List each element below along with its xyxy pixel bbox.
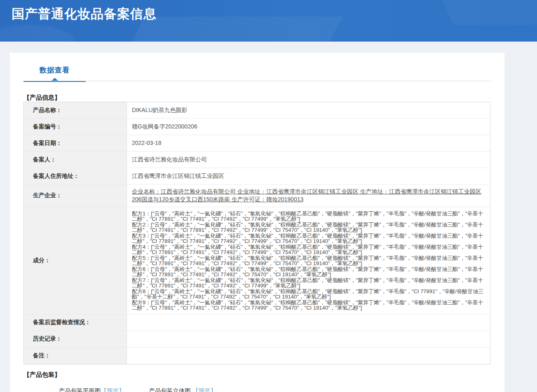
formula-line-2: 配方2：["云母"，"高岭土"，"一氮化硼"，"硅石"，"氯氧化铋"，"棕榈酸乙… bbox=[132, 222, 485, 233]
formula-line-4: 配方4：["云母"，"高岭土"，"一氮化硼"，"硅石"，"氯氧化铋"，"棕榈酸乙… bbox=[132, 244, 485, 255]
formula-line-7: 配方7：["云母"，"高岭土"，"一氮化硼"，"硅石"，"氯氧化铋"，"棕榈酸乙… bbox=[132, 278, 485, 289]
packaging-3d-item: 产品包装立体图 【预览】 bbox=[149, 387, 217, 392]
packaging-3d-preview-link[interactable]: 【预览】 bbox=[192, 387, 216, 392]
table-row-history: 历史记录： bbox=[24, 331, 490, 348]
packaging-section-title: 【产品包装】 bbox=[23, 371, 490, 378]
row-value: 赣G妆网备字2022000206 bbox=[127, 119, 490, 135]
row-value bbox=[127, 331, 490, 347]
row-value: 2022-03-18 bbox=[127, 135, 490, 151]
table-row-registration-date: 备案日期： 2022-03-18 bbox=[24, 135, 490, 152]
page-header: 国产普通化妆品备案信息 bbox=[0, 0, 537, 42]
product-info-section-title: 【产品信息】 bbox=[23, 94, 490, 101]
table-row-manufacturer: 生产企业： 企业名称：江西省诗兰雅化妆品有限公司 企业地址：江西省鹰潭市余江区锦… bbox=[24, 184, 490, 207]
table-row-remarks: 备注： bbox=[24, 348, 490, 364]
row-value: 江西省诗兰雅化妆品有限公司 bbox=[127, 152, 490, 168]
tab-data-view-label: 数据查看 bbox=[40, 66, 70, 74]
formula-line-3: 配方3：["云母"，"高岭土"，"一氮化硼"，"硅石"，"氯氧化铋"，"棕榈酸乙… bbox=[132, 233, 485, 244]
tab-data-view[interactable]: 数据查看 bbox=[23, 65, 86, 82]
tab-active-arrow-icon bbox=[52, 78, 58, 81]
row-label: 备案人： bbox=[24, 152, 127, 168]
row-label: 生产企业： bbox=[24, 184, 127, 207]
tab-bar-divider bbox=[23, 81, 490, 81]
page-title: 国产普通化妆品备案信息 bbox=[0, 0, 537, 23]
product-info-table: 产品名称： DIKALU奶茶九色眼影 备案编号： 赣G妆网备字202200020… bbox=[23, 102, 490, 364]
table-row-registrant-address: 备案人住所地址： 江西省鹰潭市余江区锦江镇工业园区 bbox=[24, 168, 490, 184]
tab-bar: 数据查看 bbox=[23, 53, 490, 82]
table-row-registration-number: 备案编号： 赣G妆网备字2022000206 bbox=[24, 119, 490, 135]
table-row-product-name: 产品名称： DIKALU奶茶九色眼影 bbox=[24, 102, 490, 119]
formula-line-6: 配方6：["云母"，"高岭土"，"一氮化硼"，"硅石"，"氯氧化铋"，"棕榈酸乙… bbox=[132, 266, 485, 278]
manufacturer-link[interactable]: 企业名称：江西省诗兰雅化妆品有限公司 企业地址：江西省鹰潭市余江区锦江镇工业园区… bbox=[127, 184, 490, 207]
row-label: 备注： bbox=[24, 348, 127, 364]
packaging-flat-item: 产品包装平面图【预览】 bbox=[59, 387, 125, 392]
ingredients-value: 配方1：["云母"，"高岭土"，"一氮化硼"，"硅石"，"氯氧化铋"，"棕榈酸乙… bbox=[127, 207, 490, 314]
row-label: 备案后监督检查情况： bbox=[24, 315, 127, 331]
row-label: 备案日期： bbox=[24, 135, 127, 151]
packaging-flat-preview-link[interactable]: 【预览】 bbox=[101, 387, 125, 392]
formula-line-5: 配方5：["云母"，"高岭土"，"一氮化硼"，"硅石"，"氯氧化铋"，"棕榈酸乙… bbox=[132, 255, 485, 266]
row-label: 产品名称： bbox=[24, 102, 127, 118]
packaging-flat-label: 产品包装平面图 bbox=[59, 387, 101, 392]
table-row-supervision: 备案后监督检查情况： bbox=[24, 315, 490, 331]
formula-line-8: 配方8：["云母"，"高岭土"，"一氮化硼"，"硅石"，"氯氧化铋"，"棕榈酸乙… bbox=[132, 289, 485, 300]
row-label: 历史记录： bbox=[24, 331, 127, 347]
row-value bbox=[127, 348, 490, 364]
table-row-ingredients: 成分： 配方1：["云母"，"高岭土"，"一氮化硼"，"硅石"，"氯氧化铋"，"… bbox=[24, 207, 490, 315]
row-label: 备案编号： bbox=[24, 119, 127, 135]
row-label: 成分： bbox=[24, 207, 127, 314]
packaging-links-row: 产品包装平面图【预览】 产品包装立体图 【预览】 bbox=[23, 387, 490, 392]
row-value bbox=[127, 315, 490, 331]
formula-line-1: 配方1：["云母"，"高岭土"，"一氮化硼"，"硅石"，"氯氧化铋"，"棕榈酸乙… bbox=[132, 211, 485, 222]
header-decor-shape bbox=[0, 25, 74, 42]
row-label: 备案人住所地址： bbox=[24, 168, 127, 184]
row-value: DIKALU奶茶九色眼影 bbox=[127, 102, 490, 118]
packaging-3d-label: 产品包装立体图 bbox=[149, 387, 193, 392]
content-card: 数据查看 【产品信息】 产品名称： DIKALU奶茶九色眼影 备案编号： 赣G妆… bbox=[10, 53, 504, 392]
formula-line-9: 配方9：["云母"，"高岭土"，"一氮化硼"，"硅石"，"氯氧化铋"，"棕榈酸乙… bbox=[132, 300, 485, 311]
table-row-registrant: 备案人： 江西省诗兰雅化妆品有限公司 bbox=[24, 152, 490, 168]
row-value: 江西省鹰潭市余江区锦江镇工业园区 bbox=[127, 168, 490, 184]
